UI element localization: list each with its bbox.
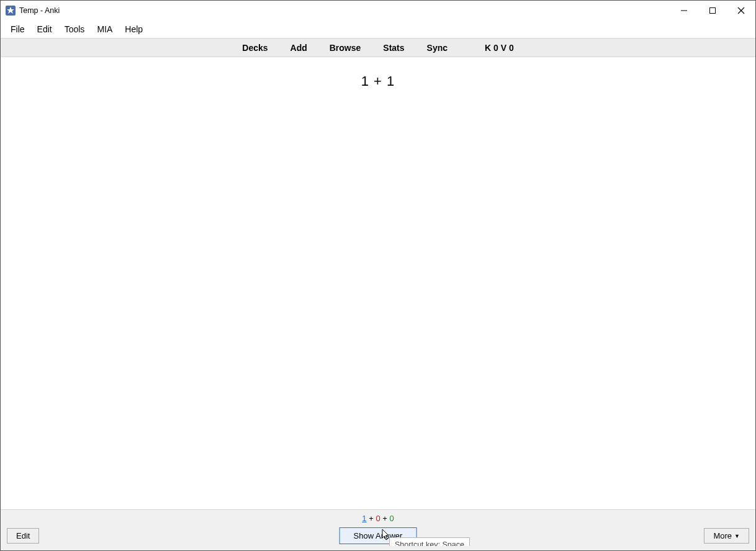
menu-edit[interactable]: Edit [32,22,57,37]
window-title: Temp - Anki [19,6,60,15]
count-learn: 0 [376,514,380,523]
count-new: 1 [362,514,366,523]
card-question: 1 + 1 [361,73,395,509]
menu-mia[interactable]: MIA [92,22,117,37]
count-review: 0 [389,514,394,523]
maximize-button[interactable] [698,1,727,20]
count-sep-1: + [369,514,374,523]
close-button[interactable] [727,1,755,20]
bottom-panel: 1 + 0 + 0 Edit Show Answer More▼ [1,509,755,550]
svg-rect-3 [710,8,716,14]
count-sep-2: + [382,514,387,523]
more-button-label: More [713,531,732,540]
toolbar-add[interactable]: Add [290,43,307,53]
toolbar-stats[interactable]: Stats [383,43,404,53]
menubar: File Edit Tools MIA Help [1,20,755,38]
app-icon [6,6,16,16]
toolbar-sync[interactable]: Sync [427,43,448,53]
card-counts: 1 + 0 + 0 [7,514,749,523]
chevron-down-icon: ▼ [734,533,740,539]
toolbar: Decks Add Browse Stats Sync K 0 V 0 [1,38,755,57]
menu-tools[interactable]: Tools [60,22,90,37]
card-area: 1 + 1 [1,57,755,509]
toolbar-status: K 0 V 0 [485,43,514,53]
toolbar-decks[interactable]: Decks [242,43,268,53]
minimize-button[interactable] [670,1,698,20]
window-controls [670,1,755,20]
more-button[interactable]: More▼ [704,528,749,544]
titlebar: Temp - Anki [1,1,755,20]
edit-button[interactable]: Edit [7,528,39,544]
menu-help[interactable]: Help [120,22,148,37]
toolbar-browse[interactable]: Browse [330,43,361,53]
menu-file[interactable]: File [6,22,30,37]
